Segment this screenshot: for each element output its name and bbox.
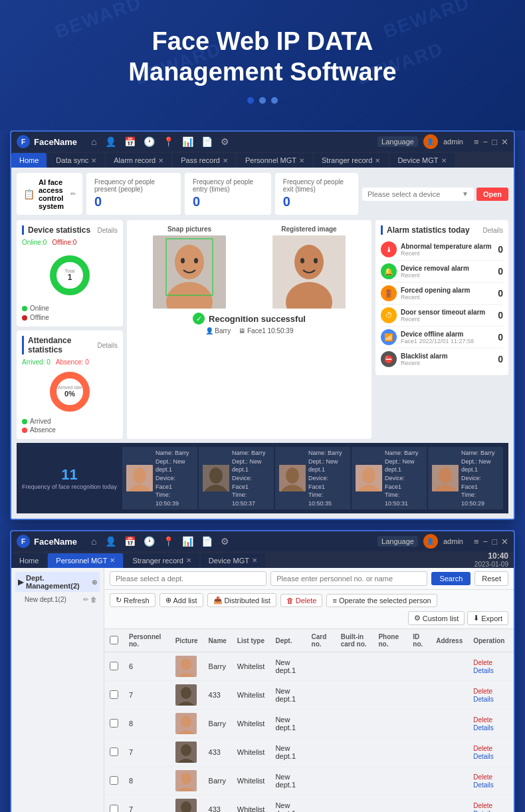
edit-icon[interactable]: ✏ (70, 190, 76, 198)
location-icon-2[interactable]: 📍 (163, 536, 174, 547)
delete-row-3[interactable]: Delete (473, 745, 492, 752)
tab-datasync[interactable]: Data sync ✕ (48, 153, 104, 168)
dropdown-icon[interactable]: ▼ (462, 190, 469, 198)
details-row-3[interactable]: Details (473, 753, 494, 760)
add-list-btn[interactable]: ⊕ Add list (159, 593, 203, 607)
delete-row-5[interactable]: Delete (473, 802, 492, 809)
gear-icon[interactable]: ⚙ (221, 136, 229, 147)
chart-icon-2[interactable]: 📊 (182, 536, 193, 547)
reset-button[interactable]: Reset (474, 571, 508, 586)
tab-stranger-2[interactable]: Stranger record ✕ (124, 553, 199, 568)
dashboard-content: 📋 AI face access control system ✏ Freque… (11, 168, 514, 519)
person-icon[interactable]: 👤 (105, 136, 116, 147)
gear-icon-2[interactable]: ⚙ (221, 536, 229, 547)
close-device-2[interactable]: ✕ (252, 557, 257, 564)
doc-icon[interactable]: 📄 (201, 136, 213, 147)
cell-photo-3 (170, 738, 203, 767)
clock-icon[interactable]: 🕐 (144, 136, 155, 147)
operate-btn[interactable]: ≡ Operate the selected person (326, 594, 437, 607)
close-btn-1[interactable]: ✕ (501, 137, 508, 147)
delete-dept-icon[interactable]: 🗑 (90, 596, 97, 603)
row-checkbox-3[interactable] (110, 747, 118, 756)
device-details-link[interactable]: Details (97, 227, 118, 234)
open-device-btn[interactable]: Open (476, 188, 508, 201)
search-button[interactable]: Search (431, 572, 471, 585)
dept-settings[interactable]: ⊕ (92, 579, 97, 586)
location-icon[interactable]: 📍 (163, 136, 174, 147)
row-checkbox-1[interactable] (110, 690, 118, 699)
details-row-2[interactable]: Details (473, 724, 494, 732)
close-datasync[interactable]: ✕ (91, 157, 96, 164)
tab-stranger[interactable]: Stranger record ✕ (314, 153, 388, 168)
person-icon-2[interactable]: 👤 (105, 536, 116, 547)
chart-icon[interactable]: 📊 (182, 136, 193, 147)
menu-icon-2[interactable]: ≡ (474, 537, 479, 547)
delete-row-1[interactable]: Delete (473, 688, 492, 695)
col-dept: Dept. (270, 629, 306, 652)
row-checkbox-0[interactable] (110, 662, 118, 670)
language-btn[interactable]: Language (377, 136, 418, 147)
dot-2[interactable] (259, 97, 266, 104)
clock-icon-2[interactable]: 🕐 (144, 536, 155, 547)
close-personnel[interactable]: ✕ (299, 157, 304, 164)
dot-3[interactable] (271, 97, 278, 104)
close-device[interactable]: ✕ (441, 157, 447, 164)
cell-name-5: 433 (203, 795, 232, 812)
delete-row-4[interactable]: Delete (473, 773, 492, 781)
select-all-checkbox[interactable] (110, 636, 118, 644)
cell-no-5: 7 (124, 795, 170, 812)
close-btn-2[interactable]: ✕ (501, 537, 508, 547)
details-row-0[interactable]: Details (473, 667, 494, 674)
close-alarm[interactable]: ✕ (158, 157, 163, 164)
device-select-input[interactable] (368, 190, 459, 198)
recognition-details: 👤 Barry 🖥 Face1 10:50:39 (132, 327, 366, 335)
dot-1[interactable] (247, 97, 254, 104)
close-stranger-2[interactable]: ✕ (186, 557, 191, 564)
minimize-btn[interactable]: − (483, 137, 488, 147)
delete-row-2[interactable]: Delete (473, 716, 492, 724)
alarm-details-link[interactable]: Details (482, 227, 503, 234)
attendance-details-link[interactable]: Details (97, 342, 118, 349)
close-personnel-2[interactable]: ✕ (110, 557, 115, 564)
calendar-icon[interactable]: 📅 (124, 136, 136, 147)
row-checkbox-4[interactable] (110, 776, 118, 785)
tab-device-2[interactable]: Device MGT ✕ (201, 553, 265, 568)
details-row-4[interactable]: Details (473, 781, 494, 789)
tab-alarm[interactable]: Alarm record ✕ (106, 153, 171, 168)
calendar-icon-2[interactable]: 📅 (124, 536, 136, 547)
refresh-btn[interactable]: ↻ Refresh (110, 593, 156, 607)
close-stranger[interactable]: ✕ (375, 157, 380, 164)
distributed-list-btn[interactable]: 📤 Distributed list (207, 593, 276, 607)
home-icon-2[interactable]: ⌂ (91, 536, 96, 547)
doc-icon-2[interactable]: 📄 (201, 536, 213, 547)
hero-dots (13, 97, 512, 104)
language-btn-2[interactable]: Language (377, 536, 418, 547)
close-pass[interactable]: ✕ (223, 157, 228, 164)
custom-list-btn[interactable]: ⚙ Custom list (408, 611, 465, 625)
personnel-search-input[interactable] (270, 571, 427, 586)
svg-point-17 (314, 258, 318, 263)
delete-btn[interactable]: 🗑 Delete (280, 594, 323, 607)
tab-home[interactable]: Home (11, 153, 47, 168)
minimize-btn-2[interactable]: − (483, 537, 488, 547)
menu-icon[interactable]: ≡ (474, 137, 479, 147)
dept-management[interactable]: ▶ Dept. Management(2) ⊕ (15, 572, 100, 592)
sub-dept[interactable]: New dept.1(2) ✏ 🗑 (15, 595, 100, 605)
nav-icons: ⌂ 👤 📅 🕐 📍 📊 📄 ⚙ (91, 136, 373, 147)
maximize-btn[interactable]: □ (492, 137, 497, 147)
edit-dept-icon[interactable]: ✏ (83, 596, 88, 603)
tab-device[interactable]: Device MGT ✕ (389, 153, 454, 168)
tab-personnel-2[interactable]: Personnel MGT ✕ (48, 553, 123, 568)
row-checkbox-2[interactable] (110, 719, 118, 728)
col-list-type: List type (232, 629, 270, 652)
export-btn[interactable]: ⬇ Export (467, 611, 508, 625)
home-icon[interactable]: ⌂ (91, 136, 96, 147)
dept-filter-input[interactable] (110, 571, 266, 586)
tab-pass[interactable]: Pass record ✕ (173, 153, 236, 168)
maximize-btn-2[interactable]: □ (492, 537, 497, 547)
tab-home-2[interactable]: Home (11, 553, 47, 568)
delete-row-0[interactable]: Delete (473, 659, 492, 666)
tab-personnel[interactable]: Personnel MGT ✕ (237, 153, 312, 168)
row-checkbox-5[interactable] (110, 805, 118, 812)
details-row-1[interactable]: Details (473, 696, 494, 703)
